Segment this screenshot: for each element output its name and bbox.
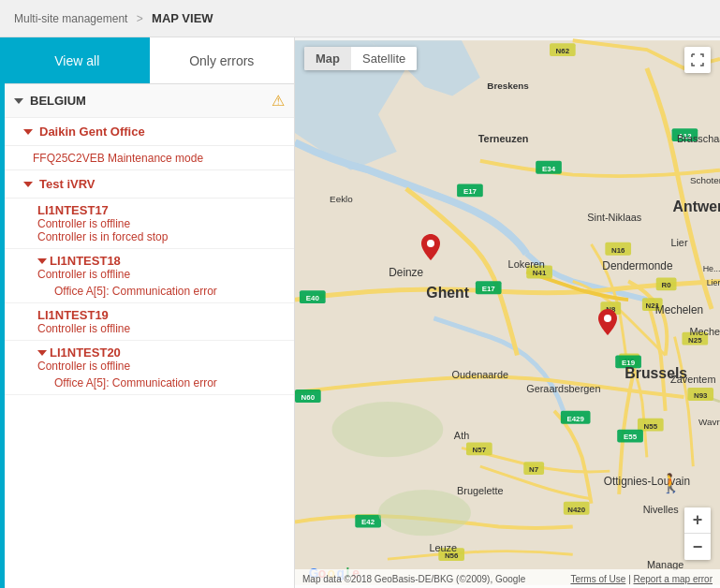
svg-text:N60: N60 (301, 393, 316, 402)
unit-block-19: LI1NTEST19 Controller is offline (5, 303, 294, 341)
svg-text:Eeklo: Eeklo (330, 194, 353, 204)
map-tab-map[interactable]: Map (304, 47, 351, 70)
chevron-country-icon (14, 98, 23, 104)
unit-name-19: LI1NTEST19 (37, 308, 109, 322)
svg-text:Lokeren: Lokeren (508, 258, 545, 270)
map-zoom-controls: + − (684, 507, 711, 560)
zoom-out-button[interactable]: − (684, 534, 711, 560)
device-label-ffq: FFQ25C2VEB Maintenance mode (33, 152, 203, 165)
report-link[interactable]: Report a map error (634, 574, 713, 584)
unit-name-20: LI1NTEST20 (50, 345, 121, 360)
warning-icon: ⚠ (272, 92, 285, 110)
svg-text:E40: E40 (306, 294, 320, 302)
header: Multi-site management > MAP VIEW (0, 0, 720, 37)
country-row-belgium[interactable]: BELGIUM ⚠ (5, 84, 294, 118)
svg-point-84 (427, 240, 434, 247)
chevron-site2-icon (23, 182, 33, 187)
svg-text:N57: N57 (473, 446, 487, 454)
svg-text:N93: N93 (694, 391, 708, 400)
svg-text:Brugelette: Brugelette (457, 485, 504, 496)
unit-name-18: LI1NTEST18 (50, 254, 121, 268)
map-pin-brussels[interactable] (598, 309, 617, 335)
svg-text:Deinze: Deinze (389, 266, 423, 279)
svg-text:Terneuzen: Terneuzen (478, 133, 529, 144)
fullscreen-icon (691, 53, 704, 66)
map-svg: E40 E17 E17 N62 A12 E34 N16 N8 N41 (295, 37, 720, 588)
country-label: BELGIUM (30, 94, 272, 108)
tab-bar: View all Only errors (5, 37, 294, 84)
svg-text:N7: N7 (529, 465, 539, 474)
site-label-ivrv: Test iVRV (39, 177, 285, 191)
svg-point-76 (332, 402, 444, 457)
svg-text:Wavre: Wavre (698, 417, 720, 427)
page-title: MAP VIEW (152, 11, 213, 25)
svg-text:Schoten: Schoten (690, 176, 720, 186)
unit-block-17: LI1NTEST17 Controller is offline Control… (5, 198, 294, 249)
tree-panel[interactable]: BELGIUM ⚠ Daikin Gent Office FFQ25C2VEB … (5, 84, 294, 588)
svg-text:He...: He... (703, 264, 720, 273)
svg-text:N55: N55 (644, 422, 658, 431)
svg-text:Dendermonde: Dendermonde (602, 260, 673, 273)
map-footer: Map data ©2018 GeoBasis-DE/BKG (©2009), … (295, 569, 720, 588)
office-label-18: Office A[5]: Communication error (54, 285, 217, 298)
site-row-daikin[interactable]: Daikin Gent Office (5, 118, 294, 146)
svg-text:E17: E17 (482, 285, 496, 293)
breadcrumb-multisite: Multi-site management (14, 12, 127, 25)
unit-status-20: Controller is offline (37, 360, 294, 373)
svg-point-85 (604, 315, 611, 322)
unit-status-17-1: Controller is offline (37, 217, 294, 230)
site-label-daikin: Daikin Gent Office (39, 125, 285, 139)
svg-text:N62: N62 (556, 47, 570, 55)
svg-text:Leuze: Leuze (429, 542, 457, 553)
office-label-20: Office A[5]: Communication error (54, 376, 217, 390)
svg-text:Geraardsbergen: Geraardsbergen (526, 383, 600, 394)
svg-text:Mechelen: Mechelen (690, 326, 720, 337)
svg-text:Ath: Ath (454, 430, 469, 441)
tab-view-all[interactable]: View all (5, 37, 150, 83)
svg-text:Lier: Lier (670, 237, 688, 248)
svg-text:R0: R0 (662, 281, 672, 289)
svg-text:Sint-Niklaas: Sint-Niklaas (587, 212, 642, 223)
unit-block-20: LI1NTEST20 Controller is offline Office … (5, 341, 294, 395)
svg-text:Mechelen: Mechelen (655, 303, 703, 316)
unit-status-19: Controller is offline (37, 322, 294, 335)
svg-text:N16: N16 (611, 246, 625, 255)
chevron-site1-icon (23, 129, 33, 135)
svg-text:E17: E17 (463, 187, 478, 196)
svg-text:Lier: Lier (707, 278, 720, 287)
svg-text:N25: N25 (688, 336, 702, 345)
zoom-in-button[interactable]: + (684, 507, 711, 534)
map-controls: Map Satellite (304, 47, 417, 70)
map-area[interactable]: E40 E17 E17 N62 A12 E34 N16 N8 N41 (295, 37, 720, 588)
svg-text:E34: E34 (542, 165, 556, 173)
svg-text:Nivelles: Nivelles (643, 504, 680, 515)
unit-status-18: Controller is offline (37, 268, 294, 281)
breadcrumb: Multi-site management > MAP VIEW (14, 11, 213, 25)
breadcrumb-separator: > (137, 12, 143, 25)
device-row-ffq: FFQ25C2VEB Maintenance mode (5, 146, 294, 170)
map-pin-ghent[interactable] (421, 234, 440, 260)
svg-text:Breskens: Breskens (487, 81, 529, 91)
map-tab-satellite[interactable]: Satellite (351, 47, 417, 70)
svg-text:Brussels: Brussels (624, 365, 687, 381)
street-view-icon[interactable]: 🚶 (659, 472, 683, 494)
site-row-ivrv[interactable]: Test iVRV (5, 170, 294, 198)
svg-text:Oudenaarde: Oudenaarde (452, 369, 508, 380)
chevron-18-icon (37, 258, 47, 264)
terms-link[interactable]: Terms of Use (570, 574, 625, 584)
svg-text:E42: E42 (361, 519, 375, 527)
svg-point-77 (378, 490, 471, 536)
main-container: View all Only errors BELGIUM ⚠ Daikin Ge… (0, 37, 720, 588)
left-panel-wrapper: View all Only errors BELGIUM ⚠ Daikin Ge… (0, 37, 295, 588)
svg-text:N41: N41 (533, 269, 547, 277)
chevron-20-icon (37, 350, 47, 356)
unit-block-18: LI1NTEST18 Controller is offline Office … (5, 249, 294, 303)
fullscreen-button[interactable] (684, 47, 711, 73)
map-footer-text: Map data ©2018 GeoBasis-DE/BKG (©2009), … (302, 574, 525, 584)
svg-text:Ghent: Ghent (426, 285, 469, 301)
tab-only-errors[interactable]: Only errors (150, 37, 295, 83)
unit-name-17: LI1NTEST17 (37, 203, 109, 217)
svg-text:Antwerp: Antwerp (673, 198, 720, 214)
map-footer-links: Terms of Use | Report a map error (570, 574, 713, 584)
unit-status-17-2: Controller is in forced stop (37, 230, 294, 243)
